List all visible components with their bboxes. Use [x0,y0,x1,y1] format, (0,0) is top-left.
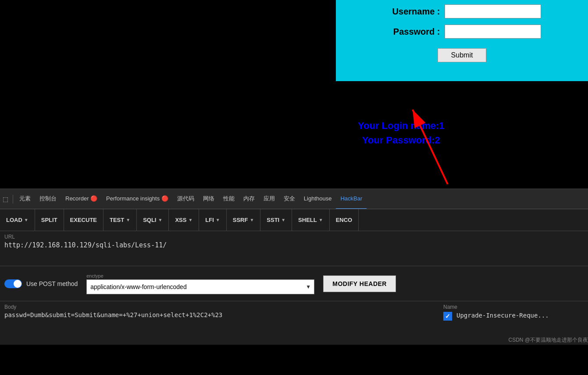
shell-dropdown-arrow: ▼ [319,218,323,222]
enctype-wrapper: application/x-www-form-urlencoded ▼ [86,279,314,294]
watermark: CSDN @不要温顺地走进那个良夜 [508,336,588,344]
load-dropdown-arrow: ▼ [24,218,29,222]
devtools-inspect-icon[interactable]: ⬚ [0,189,11,209]
login-name-result: Your Login name:1 [358,118,445,133]
hackbar-test-button[interactable]: TEST ▼ [103,209,137,231]
enctype-group: enctype application/x-www-form-urlencode… [86,273,314,294]
toggle-knob [14,280,21,288]
username-row: Username : [345,4,579,18]
tab-performance-insights[interactable]: Performance insights 🔴 [102,189,173,209]
hackbar-sqli-button[interactable]: SQLI ▼ [137,209,169,231]
upgrade-insecure-name: Upgrade-Insecure-Reque... [456,312,549,319]
devtools-tabbar: ⬚ 元素 控制台 Recorder 🔴 Performance insights… [0,189,588,209]
tab-memory[interactable]: 内存 [239,189,259,209]
toggle-group: Use POST method [4,279,78,288]
name-label: Name [443,304,584,310]
lfi-dropdown-arrow: ▼ [216,218,220,222]
enctype-select[interactable]: application/x-www-form-urlencoded [86,279,314,294]
username-label: Username : [383,7,440,17]
post-method-label: Use POST method [26,280,78,287]
test-dropdown-arrow: ▼ [126,218,130,222]
name-row: ✓ Upgrade-Insecure-Reque... [443,312,584,321]
hackbar-lfi-button[interactable]: LFI ▼ [199,209,226,231]
hackbar-split-button[interactable]: SPLIT [35,209,64,231]
password-label: Password : [383,27,440,37]
login-password-result: Your Password:2 [358,133,445,147]
right-column: Username : Password : Submit Your Login … [336,0,588,81]
username-input[interactable] [445,4,541,18]
login-form-area: Username : Password : Submit [336,0,588,81]
upgrade-insecure-checkbox[interactable]: ✓ [443,312,452,321]
body-section: Body passwd=Dumb&submit=Submit&uname=+%2… [0,301,588,345]
password-input[interactable] [445,25,541,39]
ssti-dropdown-arrow: ▼ [281,218,285,222]
tab-recorder[interactable]: Recorder 🔴 [61,189,102,209]
sqli-dropdown-arrow: ▼ [158,218,162,222]
hackbar-ssti-button[interactable]: SSTI ▼ [260,209,292,231]
hackbar-toolbar: LOAD ▼ SPLIT EXECUTE TEST ▼ SQLI ▼ XSS ▼… [0,209,588,231]
tab-performance[interactable]: 性能 [219,189,239,209]
body-label: Body [4,304,435,310]
hackbar-execute-button[interactable]: EXECUTE [64,209,103,231]
hackbar-enco-button[interactable]: ENCO [330,209,359,231]
tab-network[interactable]: 网络 [199,189,219,209]
url-label: URL [4,234,584,240]
tab-hackbar[interactable]: HackBar [336,189,367,209]
submit-button[interactable]: Submit [438,48,487,62]
tab-sources[interactable]: 源代码 [173,189,199,209]
tab-security[interactable]: 安全 [279,189,299,209]
password-row: Password : [345,25,579,39]
hackbar-ssrf-button[interactable]: SSRF ▼ [227,209,261,231]
body-value[interactable]: passwd=Dumb&submit=Submit&uname=+%27+uni… [4,311,435,318]
url-section: URL http://192.168.110.129/sqli-labs/Les… [0,231,588,266]
xss-dropdown-arrow: ▼ [188,218,192,222]
hackbar-xss-button[interactable]: XSS ▼ [169,209,199,231]
tab-lighthouse[interactable]: Lighthouse [299,189,336,209]
body-left: Body passwd=Dumb&submit=Submit&uname=+%2… [4,304,435,342]
hackbar-load-button[interactable]: LOAD ▼ [0,209,35,231]
black-background [0,0,336,189]
post-method-toggle[interactable] [4,279,22,288]
page-top-area: Username : Password : Submit Your Login … [0,0,588,189]
post-method-area: Use POST method enctype application/x-ww… [0,266,588,301]
login-result: Your Login name:1 Your Password:2 [358,118,445,147]
hackbar-shell-button[interactable]: SHELL ▼ [292,209,330,231]
separator-1 [13,195,13,204]
tab-elements[interactable]: 元素 [15,189,35,209]
url-value[interactable]: http://192.168.110.129/sqli-labs/Less-11… [4,241,584,249]
modify-header-button[interactable]: MODIFY HEADER [323,275,396,292]
tab-application[interactable]: 应用 [259,189,279,209]
ssrf-dropdown-arrow: ▼ [249,218,254,222]
enctype-label: enctype [86,273,314,279]
tab-console[interactable]: 控制台 [35,189,61,209]
